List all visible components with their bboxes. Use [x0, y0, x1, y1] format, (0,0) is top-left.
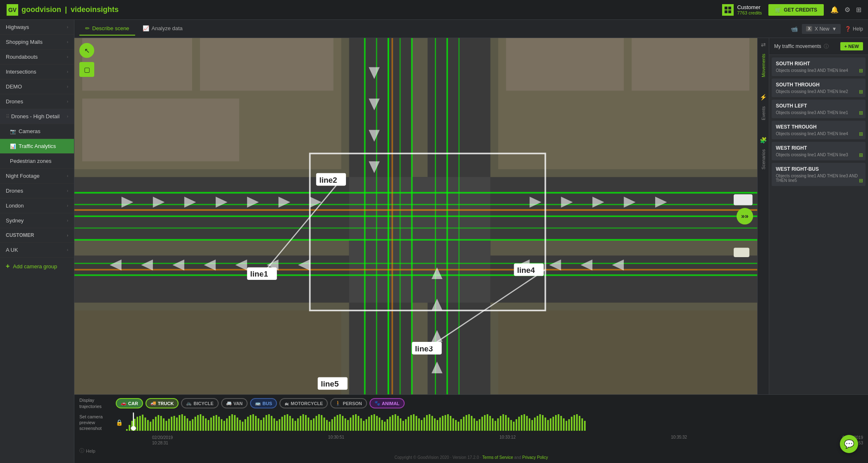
badge-motorcycle[interactable]: 🏍 MOTORCYCLE: [279, 398, 328, 408]
sidebar-item-customer[interactable]: CUSTOMER ›: [0, 228, 74, 243]
new-movement-button[interactable]: + NEW: [840, 42, 863, 50]
movement-card-west-right-bus[interactable]: WEST RIGHT-BUS Objects crossing line1 AN…: [772, 163, 866, 186]
badge-bicycle[interactable]: 🚲 BICYCLE: [181, 398, 218, 408]
tab-describe-scene[interactable]: ✏ Describe scene: [79, 22, 135, 36]
bottom-controls: Display trajectories 🚗 CAR 🚚 TRUCK 🚲: [74, 394, 868, 463]
svg-rect-154: [308, 418, 309, 431]
copy-icon[interactable]: ⊞: [859, 110, 863, 116]
svg-rect-156: [313, 418, 315, 431]
grid-icon[interactable]: ⊞: [856, 6, 861, 14]
badge-bus[interactable]: 🚌 BUS: [250, 398, 277, 408]
trajectory-badges: 🚗 CAR 🚚 TRUCK 🚲 BICYCLE 🚐: [116, 398, 405, 408]
svg-rect-203: [436, 420, 438, 431]
sidebar-item-night-footage[interactable]: Night Footage ›: [0, 169, 74, 184]
sidebar-item-demo[interactable]: DEMO ›: [0, 79, 74, 94]
gear-icon[interactable]: ⚙: [844, 6, 850, 14]
sidebar-item-drones[interactable]: Drones ›: [0, 94, 74, 109]
svg-text:line3: line3: [415, 344, 433, 353]
badge-car[interactable]: 🚗 CAR: [116, 398, 143, 408]
copy-icon[interactable]: ⊞: [859, 131, 863, 137]
copy-icon[interactable]: ⊞: [859, 178, 863, 184]
sidebar-item-drones-high-detail[interactable]: ⠿ Drones - High Detail ›: [0, 109, 74, 124]
terms-link[interactable]: Terms of Service: [482, 455, 513, 460]
svg-rect-235: [521, 415, 522, 431]
sidebar-item-traffic-analytics[interactable]: 📊 Traffic Analytics: [0, 139, 74, 154]
copy-icon[interactable]: ⊞: [859, 89, 863, 95]
svg-rect-218: [476, 421, 478, 431]
svg-rect-241: [537, 416, 538, 431]
expand-button[interactable]: »»: [737, 208, 753, 224]
badge-truck[interactable]: 🚚 TRUCK: [145, 398, 179, 408]
svg-rect-115: [205, 418, 207, 431]
sidebar-item-highways[interactable]: Highways ›: [0, 20, 74, 35]
svg-rect-187: [395, 414, 396, 431]
svg-rect-179: [374, 414, 375, 431]
copy-icon[interactable]: ⊞: [859, 68, 863, 74]
x-new-button[interactable]: X X New ▼: [802, 24, 841, 34]
scenarios-icon[interactable]: 🧩: [760, 137, 767, 143]
svg-rect-196: [418, 418, 420, 431]
lock-icon[interactable]: 🔒: [116, 419, 123, 426]
logo-video: video: [71, 5, 90, 14]
sidebar-item-roundabouts[interactable]: Roundabouts ›: [0, 50, 74, 64]
sidebar-item-shopping-malls[interactable]: Shopping Malls ›: [0, 35, 74, 50]
movement-card-south-right[interactable]: SOUTH RIGHT Objects crossing line3 AND T…: [772, 57, 866, 76]
sidebar-item-a-uk[interactable]: A UK ›: [0, 243, 74, 258]
help-circle-icon[interactable]: ⓘ: [79, 447, 84, 454]
svg-rect-219: [479, 419, 480, 431]
svg-rect-91: [142, 415, 143, 431]
cursor-tool-button[interactable]: ↖: [79, 43, 94, 58]
events-icon[interactable]: ⚡: [760, 94, 767, 100]
timeline-t3: 10:35:32: [671, 435, 687, 446]
add-camera-group-button[interactable]: + Add camera group: [0, 258, 74, 275]
bell-icon[interactable]: 🔔: [830, 6, 839, 14]
tab-movements[interactable]: Movements: [759, 50, 768, 81]
svg-rect-113: [200, 414, 201, 431]
top-header: GV goodvision | videoinsights Customer 7…: [0, 0, 868, 20]
truck-icon: 🚚: [150, 401, 156, 406]
logo-goodvision: goodvision: [21, 5, 61, 14]
chevron-icon: ›: [67, 25, 68, 29]
sidebar-item-sydney[interactable]: Sydney ›: [0, 213, 74, 228]
privacy-link[interactable]: Privacy Policy: [522, 455, 548, 460]
svg-rect-151: [300, 416, 301, 431]
badge-person[interactable]: 🚶 PERSON: [330, 398, 367, 408]
timeline-area[interactable]: [126, 413, 863, 432]
badge-animal[interactable]: 🐾 ANIMAL: [370, 398, 405, 408]
movement-card-west-through[interactable]: WEST THROUGH Objects crossing line1 AND …: [772, 121, 866, 139]
svg-rect-252: [565, 421, 567, 431]
svg-rect-173: [358, 416, 359, 431]
copy-icon[interactable]: ⊞: [859, 152, 863, 158]
chevron-icon: ›: [67, 55, 68, 59]
help-button[interactable]: ❓ Help: [845, 26, 863, 32]
svg-rect-101: [168, 419, 170, 431]
svg-rect-239: [532, 420, 533, 431]
sidebar-item-drones2[interactable]: Drones ›: [0, 184, 74, 198]
sidebar-item-cameras[interactable]: 📷 Cameras: [0, 124, 74, 139]
movement-card-south-left[interactable]: SOUTH LEFT Objects crossing line3 AND TH…: [772, 100, 866, 118]
tab-scenarios[interactable]: Scenarios: [759, 146, 768, 173]
svg-rect-0: [725, 7, 727, 10]
svg-rect-126: [234, 415, 236, 431]
chevron-icon: ›: [67, 233, 68, 238]
svg-rect-16: [632, 38, 749, 91]
sidebar-item-intersections[interactable]: Intersections ›: [0, 64, 74, 79]
movement-card-south-through[interactable]: SOUTH THROUGH Objects crossing line3 AND…: [772, 79, 866, 97]
customer-logo-icon: [722, 4, 734, 16]
svg-rect-231: [510, 420, 512, 431]
question-icon: ❓: [845, 26, 851, 32]
tab-analyze-data[interactable]: 📈 Analyze data: [137, 22, 188, 36]
timeline-chart[interactable]: [126, 413, 863, 431]
svg-rect-135: [258, 418, 259, 431]
tab-events[interactable]: Events: [759, 103, 768, 124]
sidebar-item-london[interactable]: London ›: [0, 198, 74, 213]
chat-button[interactable]: 💬: [840, 435, 858, 453]
svg-rect-94: [150, 422, 151, 431]
right-panel-header: My traffic movements ⓘ + NEW: [769, 38, 868, 55]
movements-icon[interactable]: ⇄: [761, 41, 766, 48]
movement-card-west-right[interactable]: WEST RIGHT Objects crossing line1 AND TH…: [772, 142, 866, 160]
sidebar-item-pedestrian-zones[interactable]: Pedestrian zones: [0, 154, 74, 169]
get-credits-button[interactable]: 🛒 GET CREDITS: [768, 4, 824, 16]
badge-van[interactable]: 🚐 VAN: [221, 398, 248, 408]
square-tool-button[interactable]: ▢: [79, 62, 94, 77]
